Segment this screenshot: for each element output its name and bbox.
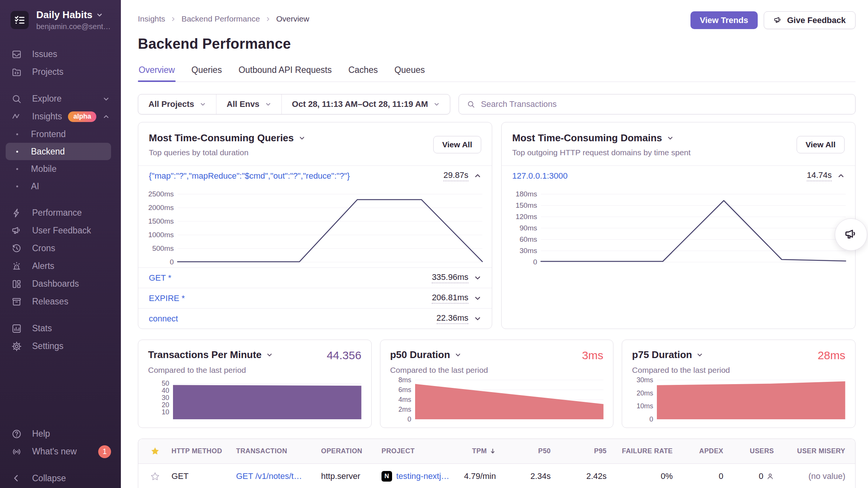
chevron-up-icon[interactable] <box>837 172 845 179</box>
p75-duration-card: p75 Duration 28ms Compared to the last p… <box>622 340 856 428</box>
sidebar-item-stats[interactable]: Stats <box>0 320 121 337</box>
col-operation[interactable]: OPERATION <box>321 447 381 455</box>
col-user-misery[interactable]: USER MISERY <box>778 447 855 455</box>
date-range-filter[interactable]: Oct 28, 11:13 AM–Oct 28, 11:19 AM <box>281 94 450 114</box>
col-apdex[interactable]: APDEX <box>676 447 727 455</box>
chevron-down-icon[interactable] <box>474 274 481 281</box>
tab-overview[interactable]: Overview <box>138 65 176 82</box>
query-link[interactable]: EXPIRE * <box>149 293 185 303</box>
sidebar-item-label: Insights <box>32 111 62 122</box>
col-p95[interactable]: P95 <box>554 447 610 455</box>
query-row: GET * 335.96ms <box>138 267 492 288</box>
chevron-right-icon <box>265 16 271 22</box>
chevron-down-icon <box>434 101 440 107</box>
sidebar-item-frontend[interactable]: Frontend <box>6 125 111 143</box>
sidebar-item-label: Mobile <box>31 164 57 174</box>
chevron-down-icon <box>200 101 206 107</box>
sidebar-item-label: Explore <box>32 94 62 104</box>
sidebar-item-explore[interactable]: Explore <box>0 90 121 108</box>
transactions-per-minute-card: Transactions Per Minute 44.356 Compared … <box>138 340 372 428</box>
query-row-expanded: {"map":"?","mapReduce":"$cmd","out":"?",… <box>138 165 492 186</box>
sidebar-item-label: Backend <box>31 147 65 157</box>
cell-operation: http.server <box>321 471 381 481</box>
domains-card-title-dropdown[interactable]: Most Time-Consuming Domains <box>512 132 690 144</box>
p75-title-dropdown[interactable]: p75 Duration <box>632 349 703 361</box>
gear-icon <box>11 341 22 352</box>
sidebar-item-insights[interactable]: Insights alpha <box>0 108 121 125</box>
sidebar-item-whats-new[interactable]: What's new 1 <box>0 443 121 460</box>
environment-filter[interactable]: All Envs <box>216 94 281 114</box>
favorite-star-toggle[interactable] <box>150 472 160 481</box>
search-input[interactable] <box>481 99 847 109</box>
transaction-link[interactable]: GET /v1/notes/t… <box>236 471 302 481</box>
col-failure-rate[interactable]: FAILURE RATE <box>610 447 676 455</box>
chevron-left-icon <box>11 473 22 484</box>
sidebar-nav: Issues Projects Explore Insights alpha F… <box>0 45 121 355</box>
col-tpm-sorted[interactable]: TPM <box>453 447 500 455</box>
query-link[interactable]: connect <box>149 314 178 324</box>
breadcrumb-insights[interactable]: Insights <box>138 14 165 23</box>
chevron-down-icon[interactable] <box>474 295 481 302</box>
cell-user-misery: (no value) <box>778 471 855 481</box>
chevron-down-icon[interactable] <box>474 315 481 322</box>
chevron-down-icon <box>103 96 110 102</box>
sidebar-item-dashboards[interactable]: Dashboards <box>0 275 121 293</box>
org-name: Daily Habits <box>36 9 93 21</box>
breadcrumb-backend-performance[interactable]: Backend Performance <box>181 14 260 23</box>
sidebar-item-settings[interactable]: Settings <box>0 337 121 355</box>
give-feedback-button[interactable]: Give Feedback <box>764 11 856 29</box>
queries-card-title-dropdown[interactable]: Most Time-Consuming Queries <box>149 132 305 144</box>
date-range-label: Oct 28, 11:13 AM–Oct 28, 11:19 AM <box>292 99 428 109</box>
sidebar-item-label: Crons <box>32 243 55 253</box>
sidebar-item-ai[interactable]: AI <box>6 178 111 195</box>
sidebar-item-releases[interactable]: Releases <box>0 293 121 310</box>
tab-queries[interactable]: Queries <box>191 65 223 82</box>
sidebar-item-help[interactable]: Help <box>0 425 121 443</box>
tab-queues[interactable]: Queues <box>394 65 426 82</box>
whats-new-count-badge: 1 <box>98 445 111 458</box>
favorite-star-header-icon[interactable] <box>150 446 160 456</box>
sidebar-item-mobile[interactable]: Mobile <box>6 160 111 178</box>
issues-icon <box>11 49 22 60</box>
col-p50[interactable]: P50 <box>500 447 554 455</box>
col-project[interactable]: PROJECT <box>381 447 453 455</box>
sidebar-item-alerts[interactable]: Alerts <box>0 257 121 275</box>
tab-caches[interactable]: Caches <box>348 65 378 82</box>
domains-duration-chart: 030ms60ms90ms120ms150ms180ms <box>502 194 846 262</box>
search-transactions[interactable] <box>459 94 856 114</box>
sidebar-item-label: AI <box>31 181 39 191</box>
queries-duration-chart: 0500ms1000ms1500ms2000ms2500ms <box>138 194 482 262</box>
sidebar-item-backend[interactable]: Backend <box>6 143 111 160</box>
tpm-title-dropdown[interactable]: Transactions Per Minute <box>148 349 273 361</box>
queries-view-all-button[interactable]: View All <box>433 136 481 153</box>
siren-icon <box>11 261 22 272</box>
sidebar-item-crons[interactable]: Crons <box>0 239 121 257</box>
main-content: Insights Backend Performance Overview Vi… <box>121 0 868 488</box>
project-filter[interactable]: All Projects <box>138 94 216 114</box>
domain-link[interactable]: 127.0.0.1:3000 <box>512 171 568 181</box>
sidebar-item-performance[interactable]: Performance <box>0 204 121 222</box>
sidebar-item-label: Settings <box>32 341 63 351</box>
org-switcher[interactable]: Daily Habits benjamin.coe@sent… <box>0 9 121 31</box>
cell-p50: 2.34s <box>500 471 554 481</box>
cell-failure-rate: 0% <box>610 471 676 481</box>
tpm-subtitle: Compared to the last period <box>148 366 361 375</box>
sidebar-collapse-button[interactable]: Collapse <box>0 469 121 487</box>
sidebar-item-projects[interactable]: Projects <box>0 63 121 81</box>
view-trends-button[interactable]: View Trends <box>690 11 758 29</box>
domains-view-all-button[interactable]: View All <box>797 136 845 153</box>
query-link[interactable]: GET * <box>149 273 171 283</box>
col-users[interactable]: USERS <box>727 447 778 455</box>
sidebar-item-user-feedback[interactable]: User Feedback <box>0 222 121 239</box>
sidebar-item-issues[interactable]: Issues <box>0 45 121 63</box>
query-link[interactable]: {"map":"?","mapReduce":"$cmd","out":"?",… <box>149 171 350 181</box>
floating-feedback-button[interactable] <box>835 218 867 251</box>
tab-outbound-api-requests[interactable]: Outbound API Requests <box>238 65 332 82</box>
table-header-row: HTTP METHOD TRANSACTION OPERATION PROJEC… <box>138 439 855 464</box>
col-http-method[interactable]: HTTP METHOD <box>171 447 236 455</box>
p50-duration-card: p50 Duration 3ms Compared to the last pe… <box>380 340 614 428</box>
p50-title-dropdown[interactable]: p50 Duration <box>390 349 461 361</box>
col-transaction[interactable]: TRANSACTION <box>236 447 321 455</box>
chevron-up-icon[interactable] <box>474 172 481 179</box>
project-link[interactable]: testing-nextj… <box>396 471 449 481</box>
